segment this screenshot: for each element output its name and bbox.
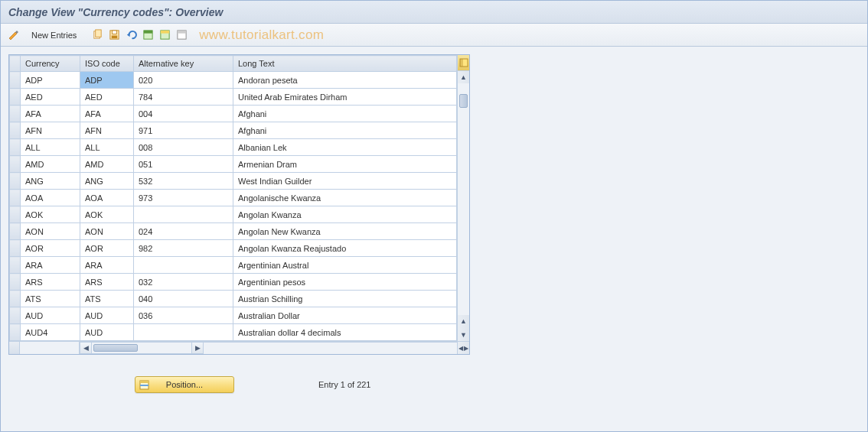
- col-iso[interactable]: ISO code: [80, 56, 134, 72]
- cell-long[interactable]: Argentinian pesos: [233, 274, 457, 291]
- new-entries-button[interactable]: New Entries: [25, 29, 83, 41]
- cell-alt[interactable]: 784: [134, 89, 233, 106]
- row-selector[interactable]: [10, 89, 21, 106]
- cell-long[interactable]: Angolan New Kwanza: [233, 223, 457, 240]
- cell-iso[interactable]: AMD: [80, 156, 134, 173]
- cell-long[interactable]: Andoran peseta: [233, 72, 457, 89]
- cell-alt[interactable]: 040: [134, 291, 233, 307]
- table-row[interactable]: ARSARS032Argentinian pesos: [10, 274, 457, 291]
- table-row[interactable]: AUD4AUDAustralian dollar 4 decimals: [10, 324, 457, 341]
- cell-alt[interactable]: 036: [134, 307, 233, 324]
- cell-long[interactable]: Australian Dollar: [233, 307, 457, 324]
- col-long[interactable]: Long Text: [233, 56, 457, 72]
- hscroll-page-right-icon[interactable]: ▶: [464, 345, 468, 352]
- table-row[interactable]: AOKAOKAngolan Kwanza: [10, 206, 457, 223]
- row-selector[interactable]: [10, 206, 21, 223]
- row-selector[interactable]: [10, 72, 21, 89]
- cell-iso[interactable]: ARA: [80, 257, 134, 274]
- cell-alt[interactable]: 971: [134, 122, 233, 139]
- hscroll-page-left-icon[interactable]: ◀: [458, 345, 463, 352]
- table-row[interactable]: AMDAMD051Armenian Dram: [10, 156, 457, 173]
- cell-iso[interactable]: ADP: [80, 72, 134, 89]
- hscroll-left-icon[interactable]: ◀: [80, 342, 92, 354]
- row-selector-header[interactable]: [10, 56, 21, 72]
- table-row[interactable]: AUDAUD036Australian Dollar: [10, 307, 457, 324]
- row-selector[interactable]: [10, 139, 21, 156]
- row-selector[interactable]: [10, 156, 21, 173]
- cell-long[interactable]: Austrian Schilling: [233, 291, 457, 307]
- row-selector[interactable]: [10, 190, 21, 206]
- cell-long[interactable]: Albanian Lek: [233, 139, 457, 156]
- cell-long[interactable]: Angolan Kwanza: [233, 206, 457, 223]
- select-block-icon[interactable]: [158, 28, 171, 42]
- cell-long[interactable]: Angolanische Kwanza: [233, 190, 457, 206]
- row-selector[interactable]: [10, 274, 21, 291]
- cell-alt[interactable]: 032: [134, 274, 233, 291]
- cell-alt[interactable]: 982: [134, 240, 233, 257]
- vscroll-thumb[interactable]: [459, 94, 468, 108]
- row-selector[interactable]: [10, 173, 21, 190]
- cell-long[interactable]: United Arab Emirates Dirham: [233, 89, 457, 106]
- table-row[interactable]: AORAOR982Angolan Kwanza Reajustado: [10, 240, 457, 257]
- cell-long[interactable]: Angolan Kwanza Reajustado: [233, 240, 457, 257]
- vscroll-down-icon[interactable]: ▼: [458, 329, 469, 341]
- table-settings-icon[interactable]: [458, 55, 469, 71]
- cell-alt[interactable]: 051: [134, 156, 233, 173]
- cell-alt[interactable]: [134, 257, 233, 274]
- row-selector[interactable]: [10, 106, 21, 122]
- cell-alt[interactable]: 024: [134, 223, 233, 240]
- row-selector[interactable]: [10, 122, 21, 139]
- cell-currency[interactable]: ALL: [21, 139, 80, 156]
- cell-iso[interactable]: ATS: [80, 291, 134, 307]
- cell-iso[interactable]: AED: [80, 89, 134, 106]
- table-row[interactable]: AFAAFA004Afghani: [10, 106, 457, 122]
- row-selector[interactable]: [10, 324, 21, 341]
- table-row[interactable]: ATSATS040Austrian Schilling: [10, 291, 457, 307]
- cell-alt[interactable]: 020: [134, 72, 233, 89]
- copy-icon[interactable]: [90, 28, 104, 42]
- cell-iso[interactable]: AOA: [80, 190, 134, 206]
- table-row[interactable]: ANGANG532West Indian Guilder: [10, 173, 457, 190]
- vscroll-up-icon[interactable]: ▲: [458, 71, 469, 83]
- toggle-display-icon[interactable]: [7, 28, 21, 42]
- cell-alt[interactable]: 008: [134, 139, 233, 156]
- cell-long[interactable]: Australian dollar 4 decimals: [233, 324, 457, 341]
- cell-alt[interactable]: [134, 206, 233, 223]
- cell-currency[interactable]: AFN: [21, 122, 80, 139]
- position-button[interactable]: Position...: [135, 376, 234, 393]
- table-row[interactable]: AEDAED784United Arab Emirates Dirham: [10, 89, 457, 106]
- row-selector[interactable]: [10, 240, 21, 257]
- cell-currency[interactable]: AOK: [21, 206, 80, 223]
- table-row[interactable]: AFNAFN971Afghani: [10, 122, 457, 139]
- cell-currency[interactable]: AUD4: [21, 324, 80, 341]
- cell-iso[interactable]: AFA: [80, 106, 134, 122]
- col-alt[interactable]: Alternative key: [134, 56, 233, 72]
- table-row[interactable]: ADPADP020Andoran peseta: [10, 72, 457, 89]
- cell-currency[interactable]: AOR: [21, 240, 80, 257]
- table-row[interactable]: ALLALL008Albanian Lek: [10, 139, 457, 156]
- cell-long[interactable]: West Indian Guilder: [233, 173, 457, 190]
- table-row[interactable]: AONAON024Angolan New Kwanza: [10, 223, 457, 240]
- row-selector[interactable]: [10, 257, 21, 274]
- cell-currency[interactable]: ARS: [21, 274, 80, 291]
- cell-long[interactable]: Afghani: [233, 122, 457, 139]
- cell-currency[interactable]: AOA: [21, 190, 80, 206]
- cell-iso[interactable]: AUD: [80, 324, 134, 341]
- hscroll-right-icon[interactable]: ▶: [191, 342, 204, 354]
- cell-iso[interactable]: AON: [80, 223, 134, 240]
- cell-iso[interactable]: AUD: [80, 307, 134, 324]
- cell-currency[interactable]: ANG: [21, 173, 80, 190]
- table-row[interactable]: AOAAOA973Angolanische Kwanza: [10, 190, 457, 206]
- undo-icon[interactable]: [124, 28, 138, 42]
- deselect-all-icon[interactable]: [175, 28, 188, 42]
- table-row[interactable]: ARAARAArgentinian Austral: [10, 257, 457, 274]
- save-icon[interactable]: [107, 28, 121, 42]
- cell-iso[interactable]: ANG: [80, 173, 134, 190]
- cell-currency[interactable]: AON: [21, 223, 80, 240]
- cell-alt[interactable]: 004: [134, 106, 233, 122]
- cell-currency[interactable]: AUD: [21, 307, 80, 324]
- cell-currency[interactable]: AFA: [21, 106, 80, 122]
- cell-long[interactable]: Argentinian Austral: [233, 257, 457, 274]
- cell-iso[interactable]: AFN: [80, 122, 134, 139]
- vscroll-up2-icon[interactable]: ▲: [458, 315, 469, 327]
